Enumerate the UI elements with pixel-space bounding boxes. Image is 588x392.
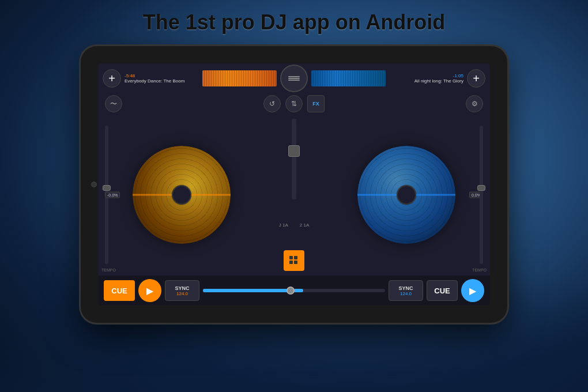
sync-bpm-left: 124.0 bbox=[176, 291, 188, 296]
app-logo bbox=[280, 65, 308, 92]
crossfader[interactable] bbox=[203, 289, 385, 292]
cue-button-right[interactable]: CUE bbox=[427, 280, 458, 301]
sync-label-left: SYNC bbox=[175, 285, 189, 291]
controls-bar: 〜 ↺ ⇅ FX ⚙ bbox=[98, 93, 490, 114]
pitch-slider-right[interactable] bbox=[480, 126, 483, 264]
play-button-right[interactable]: ▶ bbox=[461, 279, 484, 302]
svg-rect-3 bbox=[294, 261, 297, 264]
tempo-label-left: TEMPO bbox=[101, 268, 116, 272]
sync-bpm-right: 124.0 bbox=[400, 291, 412, 296]
track-name-left: Everybody Dance: The Boom bbox=[125, 78, 199, 84]
top-bar: + -5:48 Everybody Dance: The Boom -1:05 … bbox=[98, 63, 490, 93]
sync-label-right: SYNC bbox=[398, 285, 413, 291]
track-info-left: -5:48 Everybody Dance: The Boom bbox=[125, 73, 199, 84]
vinyl-icon bbox=[288, 76, 300, 81]
track-info-right: -1:05 All night long: The Glory bbox=[389, 73, 463, 84]
deck-labels: J 1A 2 1A bbox=[279, 223, 309, 228]
bottom-controls: CUE ▶ SYNC 124.0 SYNC 124.0 CUE ▶ bbox=[98, 276, 490, 306]
vinyl-bg-right bbox=[357, 146, 455, 244]
deck-left: -0.0% TEMPO bbox=[98, 114, 265, 276]
waveform-right[interactable] bbox=[311, 70, 386, 86]
add-track-right-button[interactable]: + bbox=[467, 69, 485, 88]
vinyl-playhead-left bbox=[133, 194, 231, 196]
play-icon-left: ▶ bbox=[146, 285, 153, 296]
waveform-left[interactable] bbox=[202, 70, 277, 86]
svg-rect-2 bbox=[289, 261, 293, 264]
grid-button[interactable] bbox=[284, 250, 304, 271]
track-time-left: -5:48 bbox=[125, 73, 199, 78]
sync-button-left[interactable]: SYNC 124.0 bbox=[165, 280, 199, 301]
tempo-label-right: TEMPO bbox=[472, 268, 487, 272]
pitch-handle-left[interactable] bbox=[103, 185, 111, 191]
vinyl-record-left[interactable] bbox=[133, 146, 231, 244]
vinyl-record-right[interactable] bbox=[357, 146, 455, 244]
sync-button[interactable]: ↺ bbox=[263, 95, 281, 112]
play-button-left[interactable]: ▶ bbox=[138, 279, 161, 302]
cue-button-left[interactable]: CUE bbox=[104, 280, 135, 301]
vinyl-bg-left bbox=[133, 146, 231, 244]
vinyl-playhead-right bbox=[357, 194, 455, 196]
track-name-right: All night long: The Glory bbox=[389, 78, 463, 84]
volume-fader[interactable] bbox=[292, 119, 296, 199]
fx-button[interactable]: FX bbox=[307, 95, 325, 112]
sync-button-right[interactable]: SYNC 124.0 bbox=[389, 280, 423, 301]
center-controls: J 1A 2 1A bbox=[265, 114, 323, 276]
tablet-screen: + -5:48 Everybody Dance: The Boom -1:05 … bbox=[98, 63, 490, 306]
tablet-device: + -5:48 Everybody Dance: The Boom -1:05 … bbox=[81, 46, 507, 323]
track-time-right: -1:05 bbox=[389, 73, 463, 78]
add-track-left-button[interactable]: + bbox=[103, 69, 121, 88]
waveform-button[interactable]: 〜 bbox=[105, 95, 122, 112]
deck-label-right: 2 1A bbox=[300, 223, 309, 228]
pitch-value-left: -0.0% bbox=[105, 192, 120, 198]
vinyl-line-3 bbox=[288, 80, 300, 81]
svg-rect-1 bbox=[294, 256, 297, 259]
grid-icon bbox=[289, 255, 299, 266]
crossfader-knob[interactable] bbox=[287, 287, 295, 295]
page-title: The 1st pro DJ app on Android bbox=[0, 10, 588, 35]
vinyl-line-2 bbox=[288, 78, 300, 79]
eq-button[interactable]: ⇅ bbox=[285, 95, 303, 112]
deck-label-left: J 1A bbox=[279, 223, 288, 228]
vinyl-line-1 bbox=[288, 76, 300, 77]
settings-button[interactable]: ⚙ bbox=[466, 95, 483, 112]
deck-right: 0.0% TEMPO bbox=[323, 114, 490, 276]
pitch-handle-right[interactable] bbox=[477, 185, 485, 191]
dj-area: -0.0% TEMPO J 1A 2 1A bbox=[98, 114, 490, 276]
play-icon-right: ▶ bbox=[469, 285, 476, 296]
svg-rect-0 bbox=[289, 256, 293, 259]
volume-fader-handle[interactable] bbox=[288, 145, 300, 157]
